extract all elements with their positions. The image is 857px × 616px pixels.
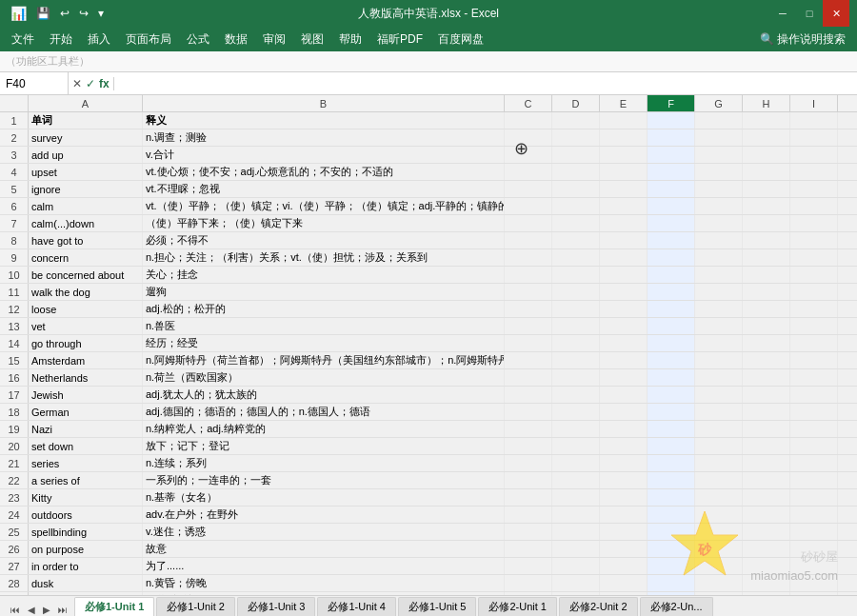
cell-a20[interactable]: set down [29, 438, 143, 454]
cell-e28[interactable] [600, 575, 648, 591]
cell-d14[interactable] [552, 335, 600, 351]
cell-f1[interactable] [648, 112, 695, 129]
table-row[interactable]: 6calmvt.（使）平静；（使）镇定；vi.（使）平静；（使）镇定；adj.平… [0, 198, 857, 215]
cell-h13[interactable] [743, 318, 790, 334]
cell-i6[interactable] [790, 198, 838, 214]
cell-g16[interactable] [695, 369, 743, 386]
cell-h20[interactable] [743, 438, 790, 454]
cell-c28[interactable] [505, 575, 552, 591]
col-header-d[interactable]: D [552, 95, 600, 111]
cell-j22[interactable] [838, 472, 857, 488]
cell-a27[interactable]: in order to [29, 558, 143, 574]
cell-h17[interactable] [743, 387, 790, 403]
cell-i18[interactable] [790, 404, 838, 420]
cell-h26[interactable] [743, 541, 790, 557]
table-row[interactable]: 20set down放下；记下；登记 [0, 438, 857, 455]
cell-a9[interactable]: concern [29, 249, 143, 266]
sheet-tab-b2unit2[interactable]: 必修2-Unit 2 [559, 597, 638, 616]
table-row[interactable]: 17Jewishadj.犹太人的；犹太族的 [0, 387, 857, 404]
cell-g9[interactable] [695, 249, 743, 266]
cell-h27[interactable] [743, 558, 790, 574]
cell-i26[interactable] [790, 541, 838, 557]
cell-e11[interactable] [600, 284, 648, 300]
cell-j14[interactable] [838, 335, 857, 351]
cell-d1[interactable] [552, 112, 600, 129]
cell-g15[interactable] [695, 352, 743, 368]
cell-f3[interactable] [648, 147, 695, 163]
cell-j23[interactable] [838, 489, 857, 506]
cell-c20[interactable] [505, 438, 552, 454]
cell-j13[interactable] [838, 318, 857, 334]
cell-j8[interactable] [838, 232, 857, 248]
cell-g20[interactable] [695, 438, 743, 454]
cell-h4[interactable] [743, 164, 790, 180]
cell-i17[interactable] [790, 387, 838, 403]
cell-d12[interactable] [552, 301, 600, 317]
cell-b6[interactable]: vt.（使）平静；（使）镇定；vi.（使）平静；（使）镇定；adj.平静的；镇静… [143, 198, 505, 214]
cell-j19[interactable] [838, 421, 857, 437]
cell-j28[interactable] [838, 575, 857, 591]
cell-e20[interactable] [600, 438, 648, 454]
cell-a17[interactable]: Jewish [29, 387, 143, 403]
cell-i11[interactable] [790, 284, 838, 300]
cell-d27[interactable] [552, 558, 600, 574]
cell-i13[interactable] [790, 318, 838, 334]
cell-e8[interactable] [600, 232, 648, 248]
cell-f2[interactable] [648, 129, 695, 146]
cell-f20[interactable] [648, 438, 695, 454]
cell-j15[interactable] [838, 352, 857, 368]
cell-f28[interactable] [648, 575, 695, 591]
cell-d17[interactable] [552, 387, 600, 403]
cell-a5[interactable]: ignore [29, 181, 143, 197]
cell-b1[interactable]: 释义 [143, 112, 505, 129]
cell-a14[interactable]: go through [29, 335, 143, 351]
cell-e25[interactable] [600, 524, 648, 540]
cell-b15[interactable]: n.阿姆斯特丹（荷兰首都）；阿姆斯特丹（美国纽约东部城市）；n.阿姆斯特丹（荷兰… [143, 352, 505, 368]
cell-d2[interactable] [552, 129, 600, 146]
sheet-tab-b2unit-more[interactable]: 必修2-Un... [640, 597, 713, 616]
tab-last-btn[interactable]: ⏭ [55, 604, 70, 616]
cell-i24[interactable] [790, 507, 838, 523]
cell-i4[interactable] [790, 164, 838, 180]
cell-g3[interactable] [695, 147, 743, 163]
cell-c5[interactable] [505, 181, 552, 197]
cell-c16[interactable] [505, 369, 552, 386]
table-row[interactable]: 15Amsterdamn.阿姆斯特丹（荷兰首都）；阿姆斯特丹（美国纽约东部城市）… [0, 352, 857, 369]
cell-c3[interactable] [505, 147, 552, 163]
cell-i8[interactable] [790, 232, 838, 248]
cell-f24[interactable] [648, 507, 695, 523]
cell-a16[interactable]: Netherlands [29, 369, 143, 386]
cell-b20[interactable]: 放下；记下；登记 [143, 438, 505, 454]
cell-h25[interactable] [743, 524, 790, 540]
cell-g22[interactable] [695, 472, 743, 488]
cell-h28[interactable] [743, 575, 790, 591]
cell-d9[interactable] [552, 249, 600, 266]
cell-b11[interactable]: 遛狗 [143, 284, 505, 300]
cell-a12[interactable]: loose [29, 301, 143, 317]
table-row[interactable]: 24outdoorsadv.在户外；在野外 [0, 507, 857, 524]
cell-i23[interactable] [790, 489, 838, 506]
cell-a24[interactable]: outdoors [29, 507, 143, 523]
cell-e24[interactable] [600, 507, 648, 523]
cell-i9[interactable] [790, 249, 838, 266]
cell-j7[interactable] [838, 215, 857, 231]
table-row[interactable]: 18Germanadj.德国的；德语的；德国人的；n.德国人；德语 [0, 404, 857, 421]
cell-j6[interactable] [838, 198, 857, 214]
cell-d6[interactable] [552, 198, 600, 214]
table-row[interactable]: 25spellbindingv.迷住；诱惑 [0, 524, 857, 541]
cell-j16[interactable] [838, 369, 857, 386]
cell-f14[interactable] [648, 335, 695, 351]
cell-e23[interactable] [600, 489, 648, 506]
cell-i28[interactable] [790, 575, 838, 591]
cell-a28[interactable]: dusk [29, 575, 143, 591]
cell-g29[interactable] [695, 592, 743, 595]
cell-g28[interactable] [695, 575, 743, 591]
cell-j12[interactable] [838, 301, 857, 317]
insert-function-icon[interactable]: fx [99, 77, 110, 90]
cell-f5[interactable] [648, 181, 695, 197]
cell-g6[interactable] [695, 198, 743, 214]
sheet-tab-unit2[interactable]: 必修1-Unit 2 [156, 597, 235, 616]
col-header-b[interactable]: B [143, 95, 505, 111]
cell-c11[interactable] [505, 284, 552, 300]
cell-h7[interactable] [743, 215, 790, 231]
